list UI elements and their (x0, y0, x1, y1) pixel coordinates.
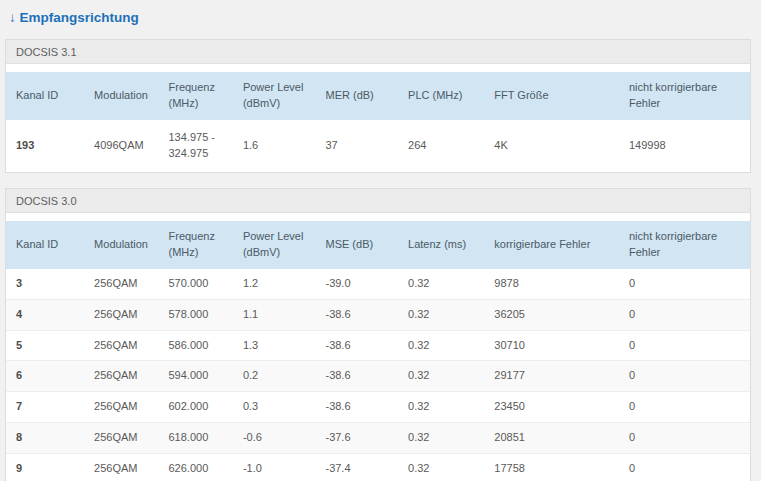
cell: 618.000 (159, 423, 233, 454)
page-title: ↓ Empfangsrichtung (5, 8, 751, 25)
column-header: Modulation (84, 72, 158, 120)
cell: -0.6 (233, 423, 316, 454)
column-header: korrigierbare Fehler (484, 221, 619, 269)
table-row: 4256QAM578.0001.1-38.60.32362050 (6, 299, 750, 330)
docsis31-table-card: DOCSIS 3.1 Kanal IDModulationFrequenz (M… (5, 39, 751, 173)
cell: -37.4 (315, 454, 398, 481)
cell: 578.000 (159, 299, 233, 330)
docsis30-table-head: Kanal IDModulationFrequenz (MHz)Power Le… (6, 221, 750, 269)
column-header: MER (dB) (315, 72, 398, 120)
table-row: 8256QAM618.000-0.6-37.60.32208510 (6, 423, 750, 454)
cell: -1.0 (233, 454, 316, 481)
cell: 0 (619, 269, 750, 299)
cell: -39.0 (315, 269, 398, 299)
cell: 586.000 (159, 330, 233, 361)
column-header: nicht korrigierbare Fehler (619, 72, 750, 120)
cell: 9878 (484, 269, 619, 299)
cell: 256QAM (84, 330, 158, 361)
cell: 594.000 (159, 361, 233, 392)
cell: 0.32 (398, 330, 484, 361)
cell: 3 (6, 269, 84, 299)
cell: 1.2 (233, 269, 316, 299)
table-row: 6256QAM594.0000.2-38.60.32291770 (6, 361, 750, 392)
cell: 0 (619, 361, 750, 392)
cell: 7 (6, 392, 84, 423)
table-row: 7256QAM602.0000.3-38.60.32234500 (6, 392, 750, 423)
cell: 1.3 (233, 330, 316, 361)
cell: 29177 (484, 361, 619, 392)
column-header: Modulation (84, 221, 158, 269)
cell: 0.2 (233, 361, 316, 392)
column-header: Frequenz (MHz) (159, 72, 233, 120)
column-header: Kanal ID (6, 72, 84, 120)
header-row: Kanal IDModulationFrequenz (MHz)Power Le… (6, 72, 750, 120)
cell: 256QAM (84, 361, 158, 392)
column-header: Frequenz (MHz) (159, 221, 233, 269)
cell: 256QAM (84, 269, 158, 299)
cell: 0.32 (398, 269, 484, 299)
cell: 4 (6, 299, 84, 330)
cell: 4K (484, 120, 619, 172)
cell: 264 (398, 120, 484, 172)
spacer (6, 213, 750, 221)
spacer (6, 64, 750, 72)
cell: 1.6 (233, 120, 316, 172)
table-row: 5256QAM586.0001.3-38.60.32307100 (6, 330, 750, 361)
cell: 4096QAM (84, 120, 158, 172)
table-row: 1934096QAM134.975 - 324.9751.6372644K149… (6, 120, 750, 172)
column-header: nicht korrigierbare Fehler (619, 221, 750, 269)
column-header: MSE (dB) (315, 221, 398, 269)
cell: 0.32 (398, 299, 484, 330)
cell: 626.000 (159, 454, 233, 481)
cell: 570.000 (159, 269, 233, 299)
cell: 23450 (484, 392, 619, 423)
cell: 256QAM (84, 454, 158, 481)
cell: 0.3 (233, 392, 316, 423)
docsis31-table-body: 1934096QAM134.975 - 324.9751.6372644K149… (6, 120, 750, 172)
cell: 0 (619, 299, 750, 330)
docsis31-section-label: DOCSIS 3.1 (6, 40, 750, 64)
docsis30-table: Kanal IDModulationFrequenz (MHz)Power Le… (6, 221, 750, 481)
cell: 0 (619, 423, 750, 454)
cell: 1.1 (233, 299, 316, 330)
cell: 9 (6, 454, 84, 481)
cell: -38.6 (315, 330, 398, 361)
cell: 37 (315, 120, 398, 172)
cell: 0 (619, 454, 750, 481)
table-row: 9256QAM626.000-1.0-37.40.32177580 (6, 454, 750, 481)
cell: -37.6 (315, 423, 398, 454)
cell: 6 (6, 361, 84, 392)
cell: 0.32 (398, 423, 484, 454)
cell: 134.975 - 324.975 (159, 120, 233, 172)
cell: 602.000 (159, 392, 233, 423)
docsis30-section-label: DOCSIS 3.0 (6, 189, 750, 213)
column-header: Latenz (ms) (398, 221, 484, 269)
cell: 20851 (484, 423, 619, 454)
cell: 36205 (484, 299, 619, 330)
cell: 0 (619, 330, 750, 361)
cell: 17758 (484, 454, 619, 481)
cell: -38.6 (315, 361, 398, 392)
cell: 5 (6, 330, 84, 361)
cell: 0.32 (398, 361, 484, 392)
cell: 0.32 (398, 392, 484, 423)
cell: 256QAM (84, 299, 158, 330)
cell: 0.32 (398, 454, 484, 481)
cell: 256QAM (84, 392, 158, 423)
cell: 30710 (484, 330, 619, 361)
downstream-arrow-icon: ↓ Empfangsrichtung (9, 10, 139, 25)
cell: 149998 (619, 120, 750, 172)
column-header: PLC (MHz) (398, 72, 484, 120)
cell: -38.6 (315, 299, 398, 330)
docsis30-table-body: 3256QAM570.0001.2-39.00.32987804256QAM57… (6, 269, 750, 481)
cell: -38.6 (315, 392, 398, 423)
header-row: Kanal IDModulationFrequenz (MHz)Power Le… (6, 221, 750, 269)
cell: 8 (6, 423, 84, 454)
column-header: Power Level (dBmV) (233, 72, 316, 120)
cell: 0 (619, 392, 750, 423)
cell: 193 (6, 120, 84, 172)
column-header: FFT Größe (484, 72, 619, 120)
table-row: 3256QAM570.0001.2-39.00.3298780 (6, 269, 750, 299)
docsis30-table-card: DOCSIS 3.0 Kanal IDModulationFrequenz (M… (5, 188, 751, 481)
docsis31-table-head: Kanal IDModulationFrequenz (MHz)Power Le… (6, 72, 750, 120)
